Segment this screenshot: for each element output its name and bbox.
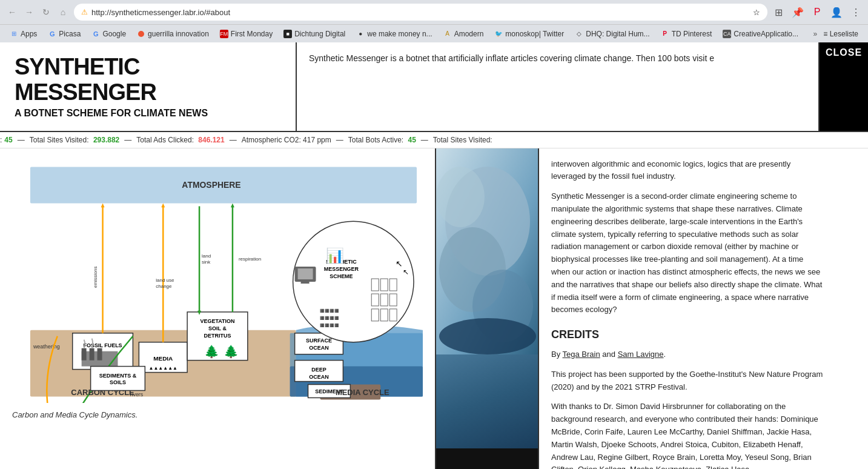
tega-brain-link[interactable]: Tega Brain: [563, 350, 600, 359]
back-button[interactable]: ←: [5, 5, 19, 19]
svg-text:▲▲▲▲▲▲: ▲▲▲▲▲▲: [149, 365, 177, 370]
bookmark-creative[interactable]: CA CreativeApplicatio...: [718, 28, 803, 40]
bookmark-monoskop[interactable]: 🐦 monoskop| Twitter: [489, 28, 569, 40]
dhq-icon: ◇: [575, 30, 583, 38]
pinterest-favicon-icon: P: [661, 30, 669, 38]
stat-total-sites-label: Total Sites Visited: 293.882: [30, 136, 120, 144]
address-bar[interactable]: ⚠ ☆: [74, 4, 767, 21]
browser-chrome: ← → ↻ ⌂ ⚠ ☆ ⊞ 📌 P 👤 ⋮ ⊞ Apps G Picasa G: [0, 0, 868, 42]
apps-icon: ⊞: [10, 30, 18, 38]
pinterest-icon[interactable]: P: [810, 5, 824, 19]
image-black-bar: [436, 448, 538, 469]
amodern-icon: A: [443, 30, 452, 38]
diagram-caption: Carbon and Media Cycle Dynamics.: [12, 410, 423, 419]
bookmark-guerrilla[interactable]: guerrilla innovation: [132, 28, 214, 40]
bookmark-tdpinterest[interactable]: P TD Pinterest: [656, 28, 717, 40]
credits-and-text: and: [600, 350, 618, 359]
credits-support-text: This project has been supported by the G…: [551, 368, 824, 394]
svg-text:ATMOSPHERE: ATMOSPHERE: [182, 180, 240, 190]
svg-rect-12: [98, 348, 102, 360]
bookmark-leseliste[interactable]: ≡ Leseliste: [818, 28, 863, 40]
stat-co2: Atmospheric CO2: 417 ppm: [242, 136, 331, 144]
svg-rect-10: [82, 348, 87, 360]
svg-rect-44: [371, 294, 379, 306]
bookmark-picasa[interactable]: G Picasa: [43, 28, 85, 40]
close-button[interactable]: CLOSE: [820, 42, 868, 131]
browser-actions: ⊞ 📌 P 👤 ⋮: [771, 5, 863, 19]
bookmark-creative-label: CreativeApplicatio...: [734, 30, 798, 38]
svg-text:respiration: respiration: [239, 256, 261, 262]
svg-text:▦▦▦▦: ▦▦▦▦: [320, 314, 340, 320]
wemakemoney-icon: ●: [356, 30, 365, 38]
svg-text:MEDIA CYCLE: MEDIA CYCLE: [336, 388, 389, 397]
page-header: SYNTHETIC MESSENGER A BOTNET SCHEME FOR …: [0, 42, 868, 132]
svg-text:↖: ↖: [396, 259, 403, 268]
bookmark-apps[interactable]: ⊞ Apps: [5, 28, 42, 40]
dichtung-icon: ■: [283, 30, 292, 38]
svg-rect-39: [301, 282, 310, 284]
svg-rect-11: [90, 348, 94, 360]
bookmark-amodern[interactable]: A Amodern: [439, 28, 489, 40]
home-button[interactable]: ⌂: [56, 5, 70, 19]
sam-lavigne-link[interactable]: Sam Lavigne: [618, 350, 664, 359]
svg-text:🌲: 🌲: [224, 344, 239, 358]
bookmark-tdpinterest-label: TD Pinterest: [672, 30, 712, 38]
svg-text:MEDIA: MEDIA: [153, 354, 173, 361]
bookmark-firstmonday[interactable]: FM First Monday: [215, 28, 277, 40]
main-content: ATMOSPHERE FOSSIL FUELS: [0, 148, 868, 469]
stat-bots-active-prefix: : 45: [0, 136, 13, 144]
bookmark-guerrilla-label: guerrilla innovation: [148, 30, 209, 38]
credits-authors: By Tega Brain and Sam Lavigne.: [551, 348, 824, 361]
nav-buttons: ← → ↻ ⌂: [5, 5, 70, 19]
star-icon[interactable]: ☆: [753, 8, 760, 17]
svg-rect-38: [298, 268, 313, 279]
bookmark-google[interactable]: G Google: [87, 28, 131, 40]
bookmark-dichtung-label: Dichtung Digital: [294, 30, 345, 38]
firstmonday-icon: FM: [220, 30, 228, 38]
svg-text:▦▦▦▦: ▦▦▦▦: [320, 307, 340, 313]
svg-text:sink: sink: [202, 259, 210, 265]
image-panel: Join the Zoom Call to w: [436, 148, 539, 469]
svg-rect-45: [380, 294, 388, 306]
svg-rect-48: [380, 308, 388, 321]
bookmarks-more-button[interactable]: »: [813, 30, 818, 38]
leseliste-label: ≡ Leseliste: [823, 30, 858, 38]
svg-text:↖: ↖: [403, 268, 409, 276]
svg-point-80: [439, 318, 536, 354]
main-image-top: [436, 148, 538, 448]
svg-text:VEGETATION: VEGETATION: [200, 318, 235, 324]
svg-rect-42: [380, 279, 388, 291]
refresh-button[interactable]: ↻: [39, 5, 53, 19]
image-illustration: [436, 148, 538, 354]
stats-inner: : 45 — Total Sites Visited: 293.882 — To…: [0, 136, 492, 144]
bookmark-dhq[interactable]: ◇ DHQ: Digital Hum...: [570, 28, 654, 40]
svg-text:▦▦▦▦: ▦▦▦▦: [320, 322, 340, 327]
url-input[interactable]: [91, 8, 749, 17]
svg-rect-41: [371, 279, 379, 291]
bookmark-firstmonday-label: First Monday: [231, 30, 273, 38]
site-title: SYNTHETIC MESSENGER: [15, 55, 281, 105]
google-icon: G: [91, 30, 100, 38]
svg-text:OCEAN: OCEAN: [309, 373, 328, 379]
pin-icon[interactable]: 📌: [790, 5, 805, 19]
extensions-icon[interactable]: ⊞: [771, 5, 786, 19]
bookmark-dichtung[interactable]: ■ Dichtung Digital: [279, 28, 350, 40]
bookmark-dhq-label: DHQ: Digital Hum...: [586, 30, 649, 38]
about-panel: interwoven algorithmic and economic logi…: [539, 148, 836, 469]
credits-title: CREDITS: [551, 326, 824, 344]
svg-text:MESSENGER: MESSENGER: [324, 266, 359, 272]
credits-thanks-text: With thanks to Dr. Simon David Hirsbrunn…: [551, 401, 824, 469]
bookmark-wemakemoney-label: we make money n...: [367, 30, 432, 38]
svg-text:DEEP: DEEP: [311, 366, 326, 372]
svg-text:SOILS: SOILS: [110, 379, 126, 385]
profile-icon[interactable]: 👤: [829, 5, 844, 19]
menu-icon[interactable]: ⋮: [849, 5, 863, 19]
svg-point-79: [436, 167, 485, 227]
svg-text:change: change: [156, 284, 172, 289]
stats-bar: : 45 — Total Sites Visited: 293.882 — To…: [0, 132, 868, 148]
svg-text:SCHEME: SCHEME: [330, 273, 353, 279]
forward-button[interactable]: →: [22, 5, 36, 19]
svg-rect-49: [389, 308, 397, 321]
page-container: SYNTHETIC MESSENGER A BOTNET SCHEME FOR …: [0, 42, 868, 469]
bookmark-wemakemoney[interactable]: ● we make money n...: [351, 28, 437, 40]
